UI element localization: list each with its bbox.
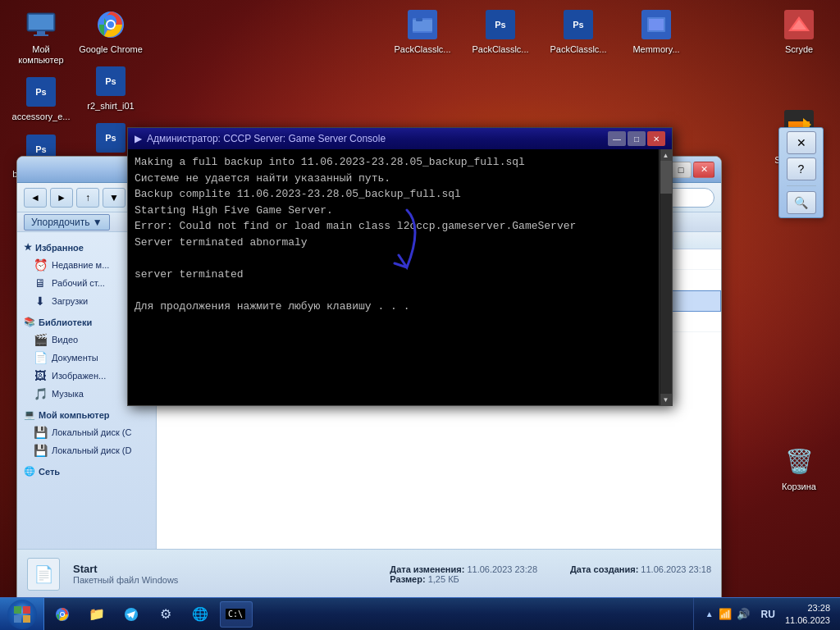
drive-d-label: Локальный диск (D <box>52 445 131 455</box>
desktop-icon-memory[interactable]: Memmory... <box>623 8 689 55</box>
cmd-scroll-thumb[interactable] <box>660 161 672 194</box>
nav-up-button[interactable]: ↑ <box>76 188 99 208</box>
cmd-close-button[interactable]: ✕ <box>647 131 665 146</box>
status-file-icon: 📄 <box>27 558 60 591</box>
taskbar-item-settings[interactable]: ⚙ <box>151 601 184 628</box>
desktop-icon-my-computer[interactable]: Мой компьютер <box>8 8 74 66</box>
taskbar-item-cmd[interactable]: C:\ <box>220 601 253 628</box>
desktop-icon-scryde[interactable]: Scryde <box>766 8 832 55</box>
images-label: Изображен... <box>52 371 106 381</box>
taskbar-chrome-icon <box>54 606 71 623</box>
taskbar-tray: ▲ 📶 🔊 <box>701 608 755 620</box>
taskbar-item-web[interactable]: 🌐 <box>185 601 218 628</box>
status-meta: Дата изменения: 11.06.2023 23:28 Размер:… <box>390 564 711 584</box>
cmd-scrollbar[interactable]: ▲ ▼ <box>659 149 672 405</box>
cmd-scroll-track[interactable] <box>660 161 672 394</box>
modified-label: Дата изменения: <box>390 564 464 574</box>
status-filetype: Пакетный файл Windows <box>73 575 377 585</box>
pack1-icon <box>406 8 439 41</box>
desktop-nav-label: Рабочий ст... <box>52 278 105 288</box>
explorer-close-button[interactable]: ✕ <box>693 162 714 178</box>
pack3-label: PackClasslc... <box>550 44 606 55</box>
cmd-titlebar[interactable]: ▶ Администратор: CCCP Server: Game Serve… <box>128 128 672 149</box>
cmd-line-1: Making a full backup into 11.06.2023-23.… <box>135 154 652 171</box>
explorer-maximize-button[interactable]: □ <box>670 162 692 178</box>
memory-icon <box>640 8 673 41</box>
svg-rect-8 <box>413 20 432 31</box>
helper-search-button[interactable]: 🔍 <box>787 191 816 214</box>
helper-divider <box>787 185 816 186</box>
taskbar-item-chrome[interactable] <box>48 601 80 628</box>
taskbar-explorer-icon: 📁 <box>89 606 105 623</box>
desktop-icon-pack3[interactable]: Ps PackClasslc... <box>546 8 611 55</box>
desktop-icon-google-chrome[interactable]: Google Chrome <box>78 8 144 55</box>
desktop-icons-top: PackClasslc... Ps PackClasslc... Ps Pack… <box>386 4 693 59</box>
pack2-icon: Ps <box>484 8 517 41</box>
taskbar-clock[interactable]: 23:28 11.06.2023 <box>782 602 833 626</box>
cmd-scroll-down-button[interactable]: ▼ <box>660 394 672 405</box>
scryde-icon <box>783 8 815 41</box>
nav-recent-button[interactable]: ▼ <box>103 188 126 208</box>
network-icon: 🌐 <box>24 466 35 477</box>
start-button[interactable] <box>0 598 44 631</box>
favorites-label: Избранное <box>35 243 84 253</box>
desktop-icon-r2-shirt[interactable]: Ps r2_shirt_i01 <box>78 65 144 112</box>
svg-rect-15 <box>23 606 30 614</box>
taskbar-right: ▲ 📶 🔊 RU 23:28 11.06.2023 <box>693 598 840 630</box>
cmd-line-3: Backup complite 11.06.2023-23.28.05_back… <box>135 186 652 203</box>
sidebar-drive-c[interactable]: 💾 Локальный диск (С <box>17 423 156 441</box>
taskbar-settings-icon: ⚙ <box>158 606 174 623</box>
svg-rect-1 <box>29 15 53 30</box>
video-icon: 🎬 <box>34 333 47 346</box>
sidebar-computer: 💻 Мой компьютер 💾 Локальный диск (С 💾 Ло… <box>17 406 156 459</box>
taskbar-items: 📁 ⚙ 🌐 C:\ <box>44 598 693 630</box>
accessory-label: accessory_e... <box>12 112 71 122</box>
desktop-icon-accessory[interactable]: Ps accessory_e... <box>8 75 74 122</box>
taskbar-item-explorer[interactable]: 📁 <box>82 601 115 628</box>
video-label: Видео <box>52 335 78 345</box>
cmd-icon: ▶ <box>135 133 142 144</box>
library-icon: 📚 <box>24 317 35 327</box>
taskbar-date: 11.06.2023 <box>785 614 830 626</box>
sidebar-drive-d[interactable]: 💾 Локальный диск (D <box>17 441 156 459</box>
cmd-controls: — □ ✕ <box>608 131 665 146</box>
computer-nav-label: Мой компьютер <box>39 410 110 420</box>
taskbar-lang[interactable]: RU <box>758 607 778 622</box>
cmd-line-7 <box>135 250 652 267</box>
cmd-window: ▶ Администратор: CCCP Server: Game Serve… <box>127 127 673 406</box>
svg-point-6 <box>107 21 114 28</box>
cmd-body[interactable]: Making a full backup into 11.06.2023-23.… <box>128 149 659 405</box>
menu-organize[interactable]: Упорядочить ▼ <box>24 214 110 231</box>
pack1-label: PackClasslc... <box>394 44 450 55</box>
sidebar-computer-header[interactable]: 💻 Мой компьютер <box>17 406 156 423</box>
cmd-minimize-button[interactable]: — <box>608 131 626 146</box>
downloads-label: Загрузки <box>52 296 88 306</box>
desktop-icon-nav: 🖥 <box>34 276 47 290</box>
music-label: Музыка <box>52 389 84 399</box>
tray-arrow[interactable]: ▲ <box>705 609 714 619</box>
created-label: Дата создания: <box>570 564 638 574</box>
cmd-scroll-up-button[interactable]: ▲ <box>660 149 672 161</box>
desktop-icon-recycle[interactable]: 🗑️ Корзина <box>766 445 832 492</box>
status-filename: Start <box>73 563 377 575</box>
helper-window: ✕ ? 🔍 <box>778 127 824 218</box>
explorer-statusbar: 📄 Start Пакетный файл Windows Дата измен… <box>17 549 721 598</box>
sidebar-network-header[interactable]: 🌐 Сеть <box>17 463 156 480</box>
svg-rect-16 <box>14 615 21 623</box>
nav-forward-button[interactable]: ► <box>50 188 73 208</box>
status-created: Дата создания: 11.06.2023 23:18 <box>570 564 711 584</box>
svg-point-20 <box>61 613 64 616</box>
taskbar-item-telegram[interactable] <box>116 601 149 628</box>
recycle-icon: 🗑️ <box>783 445 815 478</box>
recent-label: Недавние м... <box>52 260 109 270</box>
tray-volume-icon[interactable]: 🔊 <box>737 608 750 620</box>
desktop-icon-pack2[interactable]: Ps PackClasslc... <box>468 8 533 55</box>
status-info: Start Пакетный файл Windows <box>73 563 377 585</box>
helper-help-button[interactable]: ? <box>787 158 816 180</box>
nav-back-button[interactable]: ◄ <box>24 188 47 208</box>
desktop-icon-pack1[interactable]: PackClasslc... <box>390 8 455 55</box>
libraries-label: Библиотеки <box>39 317 92 327</box>
network-label: Сеть <box>39 467 60 477</box>
cmd-maximize-button[interactable]: □ <box>628 131 646 146</box>
helper-close-button[interactable]: ✕ <box>787 131 816 154</box>
